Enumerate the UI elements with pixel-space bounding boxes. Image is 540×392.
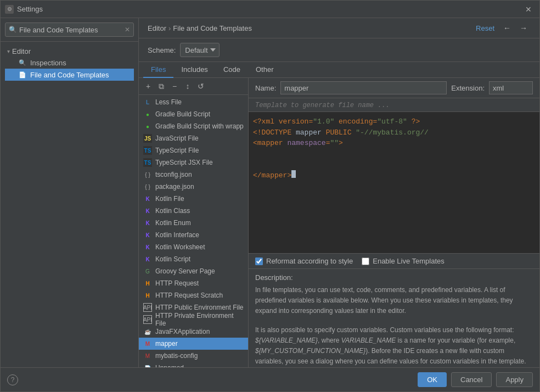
search-wrap: 🔍 ✕ [5,23,134,37]
name-row: Name: Extension: [249,78,539,98]
sidebar-item-file-code-templates[interactable]: 📄 File and Code Templates [5,69,134,81]
file-item-gradle-build[interactable]: ● Gradle Build Script [139,108,248,120]
dialog-title: Settings [17,5,522,13]
file-item-tsx[interactable]: TS TypeScript JSX File [139,156,248,169]
mapper-icon: M [143,339,152,348]
sidebar-item-label: File and Code Templates [30,71,109,79]
file-item-kotlin-worksheet[interactable]: K Kotlin Worksheet [139,241,248,253]
file-item-gradle-wrapper[interactable]: ● Gradle Build Script with wrapp [139,120,248,132]
file-item-kotlin-enum[interactable]: K Kotlin Enum [139,217,248,229]
cancel-button[interactable]: Cancel [451,372,492,387]
ts-icon: TS [143,146,152,155]
breadcrumb: Editor › File and Code Templates [148,24,252,32]
unnamed-icon: 📄 [143,363,152,367]
scheme-label: Scheme: [148,46,176,54]
name-input[interactable] [280,81,447,94]
file-item-label: Kotlin Worksheet [155,243,205,251]
close-button[interactable]: ✕ [522,4,535,15]
sidebar-item-inspections[interactable]: 🔍 Inspections [5,57,134,69]
file-item-javafx[interactable]: ☕ JavaFXApplication [139,326,248,338]
kotlin-script-icon: K [143,255,152,264]
file-item-kotlin-class[interactable]: K Kotlin Class [139,205,248,217]
file-item-label: Kotlin File [155,195,184,203]
http-private-env-icon: API [143,315,152,324]
gradle-icon: ● [143,110,152,119]
kotlin-worksheet-icon: K [143,243,152,251]
tab-files[interactable]: Files [143,62,173,78]
file-item-ts[interactable]: TS TypeScript File [139,144,248,156]
apply-button[interactable]: Apply [496,372,533,387]
kotlin-file-icon: K [143,194,152,203]
chevron-down-icon: ▾ [7,48,10,54]
ext-label: Extension: [451,84,485,92]
live-templates-checkbox-wrap[interactable]: Enable Live Templates [362,257,445,265]
file-item-mybatis-config[interactable]: M mybatis-config [139,350,248,362]
ext-input[interactable] [489,81,533,94]
sidebar: 🔍 ✕ ▾ Editor 🔍 Inspections 📄 [1,18,139,367]
description-title: Description: [255,273,533,282]
remove-template-button[interactable]: − [168,80,181,92]
reset-nav: Reset ← → [473,23,531,33]
code-line-empty [253,159,535,170]
help-button[interactable]: ? [7,374,18,385]
gradle-wrapper-icon: ● [143,122,152,131]
file-item-label: Kotlin Class [155,207,190,215]
scheme-select[interactable]: Default Project [180,43,220,57]
tab-includes[interactable]: Includes [173,62,215,78]
file-item-http-scratch[interactable]: H HTTP Request Scratch [139,289,248,301]
clear-search-icon[interactable]: ✕ [125,26,130,33]
tabs-row: Files Includes Code Other [139,62,539,78]
file-item-label: tsconfig.json [155,171,192,178]
reset-button[interactable]: Reset [473,23,498,33]
file-item-label: Kotlin Enum [155,219,191,227]
file-item-groovy[interactable]: G Groovy Server Page [139,265,248,277]
http-icon: H [143,279,152,288]
reformat-checkbox[interactable] [255,257,263,265]
reset-template-button[interactable]: ↺ [195,80,207,92]
file-item-tsconfig[interactable]: { } tsconfig.json [139,169,248,181]
code-line: <?xml version="1.0" encoding="utf-8" ?> [253,116,535,127]
live-templates-label: Enable Live Templates [373,257,445,265]
file-item-mapper[interactable]: M mapper [139,338,248,350]
ok-button[interactable]: OK [418,372,447,387]
file-item-unnamed[interactable]: 📄 Unnamed [139,362,248,367]
templates-icon: 📄 [18,70,27,79]
filename-input[interactable] [255,102,533,109]
live-templates-checkbox[interactable] [362,257,369,265]
file-item-label: Less File [155,98,182,106]
file-item-http-request[interactable]: H HTTP Request [139,277,248,289]
main-panel: Editor › File and Code Templates Reset ←… [139,18,539,367]
search-input[interactable] [19,26,125,34]
file-item-kotlin-script[interactable]: K Kotlin Script [139,253,248,265]
file-item-package-json[interactable]: { } package.json [139,181,248,193]
file-list-toolbar: + ⧉ − ↕ ↺ [139,78,248,95]
file-item-kotlin-interface[interactable]: K Kotlin Interface [139,229,248,241]
tab-other[interactable]: Other [248,62,282,78]
forward-button[interactable]: → [516,23,531,33]
file-item-label: Gradle Build Script [155,110,210,118]
http-public-env-icon: API [143,303,152,312]
copy-template-button[interactable]: ⧉ [155,80,167,92]
move-template-button[interactable]: ↕ [182,80,194,92]
code-editor[interactable]: <?xml version="1.0" encoding="utf-8" ?> … [249,112,539,253]
file-item-kotlin-file[interactable]: K Kotlin File [139,193,248,205]
file-item-js[interactable]: JS JavaScript File [139,132,248,144]
file-list: L Less File ● Gradle Build Script ● Grad… [139,95,248,367]
filename-row [249,98,539,112]
add-template-button[interactable]: + [142,80,154,92]
editor-pane: Name: Extension: <?xml version="1.0" enc… [249,78,539,367]
reformat-checkbox-wrap[interactable]: Reformat according to style [255,257,353,265]
app-icon: ⚙ [5,5,14,14]
tab-code[interactable]: Code [216,62,248,78]
tsx-icon: TS [143,158,152,167]
sidebar-tree: ▾ Editor 🔍 Inspections 📄 File and Code T… [1,42,138,367]
sidebar-section-editor-header[interactable]: ▾ Editor [5,46,134,57]
breadcrumb-editor: Editor [148,24,166,32]
file-item-label: JavaScript File [155,135,199,142]
file-item-http-private-env[interactable]: API HTTP Private Environment File [139,313,248,326]
file-item-label: Kotlin Script [155,255,190,263]
file-item-label: HTTP Public Environment File [155,304,244,311]
sidebar-section-label: Editor [12,47,31,55]
back-button[interactable]: ← [500,23,514,33]
file-item-less[interactable]: L Less File [139,96,248,108]
